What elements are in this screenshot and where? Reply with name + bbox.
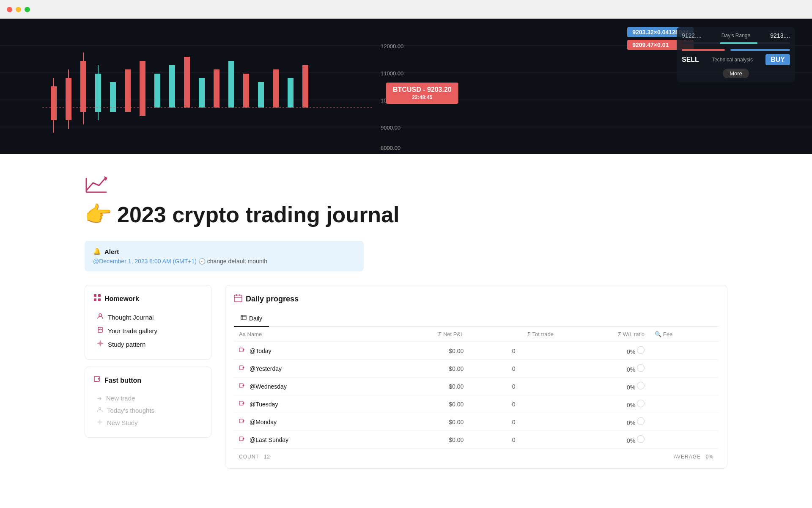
homework-icon xyxy=(93,294,101,304)
daily-progress-panel: Daily progress Daily Aa Name Σ Net P&L xyxy=(225,285,727,469)
fast-button-label: Fast button xyxy=(104,377,141,384)
alert-date[interactable]: @December 1, 2023 8:00 AM (GMT+1) xyxy=(93,258,197,265)
thought-journal-label: Thought Journal xyxy=(108,314,154,321)
row-net-pl: $0.00 xyxy=(381,413,469,431)
row-wl-ratio: 0% xyxy=(559,413,650,431)
tab-daily[interactable]: Daily xyxy=(234,311,269,327)
hero-analysis: Technical analysis xyxy=(712,57,753,63)
svg-rect-5 xyxy=(51,86,57,120)
left-panel: Homework Thought Journal Your trade gall… xyxy=(85,285,211,438)
table-row[interactable]: @Tuesday $0.00 0 0% xyxy=(234,395,719,413)
todays-thoughts-item[interactable]: Today's thoughts xyxy=(93,404,203,417)
row-name: @Wednesday xyxy=(250,383,287,390)
chart-icon xyxy=(85,174,108,195)
row-wl-ratio: 0% xyxy=(559,431,650,449)
new-study-item[interactable]: New Study xyxy=(93,417,203,429)
homework-card: Homework Thought Journal Your trade gall… xyxy=(85,285,211,360)
svg-rect-49 xyxy=(234,295,242,302)
svg-point-44 xyxy=(99,314,102,316)
hero-sell[interactable]: SELL xyxy=(682,56,699,64)
tab-daily-label: Daily xyxy=(249,315,262,322)
todays-thoughts-icon xyxy=(97,407,103,414)
row-edit-icon xyxy=(239,419,244,425)
close-button[interactable] xyxy=(7,7,12,12)
trade-gallery-item[interactable]: Your trade gallery xyxy=(93,324,203,337)
row-wl-ratio: 0% xyxy=(559,360,650,378)
trade-gallery-icon xyxy=(97,326,104,335)
alert-box: 🔔 Alert @December 1, 2023 8:00 AM (GMT+1… xyxy=(85,241,364,271)
minimize-button[interactable] xyxy=(16,7,21,12)
svg-rect-18 xyxy=(125,69,131,112)
new-study-icon xyxy=(97,419,103,426)
hero-more[interactable]: More xyxy=(723,69,749,78)
wl-circle xyxy=(637,382,645,389)
new-trade-item[interactable]: ➔ New trade xyxy=(93,392,203,404)
svg-text:11000.00: 11000.00 xyxy=(381,70,403,77)
table-row[interactable]: @Monday $0.00 0 0% xyxy=(234,413,719,431)
page-title-area: 👉 2023 crypto trading journal xyxy=(0,195,812,241)
new-trade-label: New trade xyxy=(106,395,135,402)
wl-circle xyxy=(637,417,645,425)
row-edit-icon xyxy=(239,383,244,390)
new-trade-arrow-icon: ➔ xyxy=(97,395,102,402)
col-name: Aa Name xyxy=(234,327,381,342)
todays-thoughts-label: Today's thoughts xyxy=(107,407,154,414)
maximize-button[interactable] xyxy=(25,7,30,12)
row-fee xyxy=(650,413,719,431)
table-row[interactable]: @Last Sunday $0.00 0 0% xyxy=(234,431,719,449)
row-name: @Last Sunday xyxy=(250,436,288,443)
row-tot-trade: 0 xyxy=(469,431,559,449)
svg-rect-25 xyxy=(228,61,234,108)
tab-daily-icon xyxy=(241,315,247,322)
tab-bar: Daily xyxy=(234,311,719,327)
col-fee: 🔍 Fee xyxy=(650,327,719,342)
row-fee xyxy=(650,342,719,360)
row-wl-ratio: 0% xyxy=(559,342,650,360)
svg-rect-22 xyxy=(184,57,190,108)
svg-point-48 xyxy=(99,408,101,410)
hero-banner: 12000.00 11000.00 10000.00 9000.00 8000.… xyxy=(0,19,812,154)
row-name: @Today xyxy=(250,348,272,354)
hero-price-right: 9213.... xyxy=(770,32,790,39)
homework-label: Homework xyxy=(104,295,139,303)
svg-text:8000.00: 8000.00 xyxy=(381,145,401,151)
svg-rect-40 xyxy=(94,294,96,297)
title-bar xyxy=(0,0,812,19)
thought-journal-icon xyxy=(97,313,104,321)
svg-text:9000.00: 9000.00 xyxy=(381,124,401,131)
new-study-label: New Study xyxy=(107,419,138,426)
row-tot-trade: 0 xyxy=(469,360,559,378)
study-pattern-icon xyxy=(97,340,104,348)
page-icon-area xyxy=(0,154,812,195)
count-value: 12 xyxy=(264,454,270,460)
svg-rect-14 xyxy=(95,74,101,112)
row-wl-ratio: 0% xyxy=(559,378,650,395)
svg-rect-23 xyxy=(199,78,205,108)
btcusd-price-box: BTCUSD - 9203.20 22:48:45 xyxy=(386,83,458,104)
alert-label: Alert xyxy=(104,248,119,255)
row-name: @Monday xyxy=(250,419,277,425)
hero-right-panel: 9122.... Day's Range 9213.... SELL Techn… xyxy=(677,27,795,82)
hero-price-left: 9122.... xyxy=(682,32,702,39)
thought-journal-item[interactable]: Thought Journal xyxy=(93,310,203,324)
average-value: 0% xyxy=(706,454,713,460)
row-tot-trade: 0 xyxy=(469,378,559,395)
study-pattern-item[interactable]: Study pattern xyxy=(93,337,203,351)
main-content: Homework Thought Journal Your trade gall… xyxy=(0,285,812,469)
daily-progress-header: Daily progress xyxy=(246,295,299,304)
row-wl-ratio: 0% xyxy=(559,395,650,413)
table-row[interactable]: @Wednesday $0.00 0 0% xyxy=(234,378,719,395)
hero-buy[interactable]: BUY xyxy=(765,54,790,65)
btcusd-time: 22:48:45 xyxy=(393,94,452,100)
trade-gallery-label: Your trade gallery xyxy=(108,327,157,334)
table-row[interactable]: @Today $0.00 0 0% xyxy=(234,342,719,360)
row-net-pl: $0.00 xyxy=(381,395,469,413)
svg-rect-21 xyxy=(169,65,175,108)
svg-text:12000.00: 12000.00 xyxy=(381,43,403,50)
svg-rect-24 xyxy=(214,69,219,108)
col-tot-trade: Σ Tot trade xyxy=(469,327,559,342)
table-row[interactable]: @Yesterday $0.00 0 0% xyxy=(234,360,719,378)
hero-days-range: Day's Range xyxy=(721,33,750,39)
svg-rect-30 xyxy=(302,65,308,108)
col-wl-ratio: Σ W/L ratio xyxy=(559,327,650,342)
